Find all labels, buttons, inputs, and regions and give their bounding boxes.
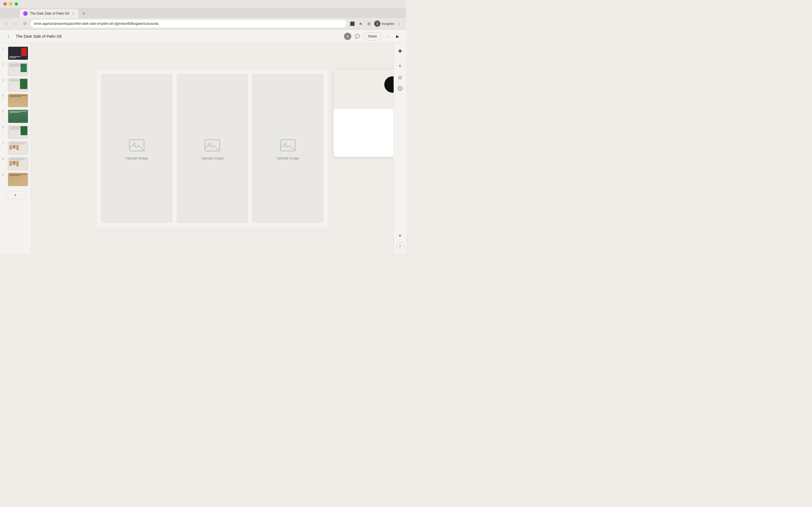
slide-thumb-9[interactable]	[8, 173, 28, 186]
add-element-button[interactable]: +	[396, 61, 405, 70]
svg-rect-0	[130, 140, 144, 151]
upload-label-3: Upload image	[276, 156, 299, 160]
refresh-button[interactable]: ↺	[21, 20, 28, 27]
toolbar-bottom: ✦ ?	[396, 231, 405, 250]
image-cell-3[interactable]: Upload image	[252, 74, 323, 223]
svg-point-7	[399, 88, 400, 89]
slide-number-9: 9	[2, 173, 6, 176]
add-icon: +	[398, 63, 402, 69]
toolbar-divider-1	[397, 58, 403, 59]
slide-thumb-1[interactable]	[8, 47, 28, 60]
sidebar: 1 2	[0, 43, 31, 253]
share-button[interactable]: Share	[364, 32, 381, 41]
chat-button[interactable]: 💬	[354, 33, 361, 40]
slide-thumb-3[interactable]	[8, 78, 28, 92]
slide-canvas: Upload image Upload image	[97, 69, 328, 227]
ai-button[interactable]	[396, 47, 405, 55]
back-button[interactable]: ‹	[3, 20, 10, 27]
sidebar-item-slide-8[interactable]: 8	[0, 156, 31, 172]
sidebar-item-slide-9[interactable]: 9	[0, 172, 31, 187]
slide-number-4: 4	[2, 94, 6, 98]
adjacent-slide-circle	[384, 76, 394, 93]
help-icon: ?	[399, 244, 401, 248]
tab-close-button[interactable]: ×	[71, 11, 75, 15]
palette-button[interactable]	[396, 84, 405, 93]
sidebar-item-slide-1[interactable]: 1	[0, 45, 31, 61]
forward-button[interactable]: ›	[12, 20, 19, 27]
sidebar-item-slide-3[interactable]: 3	[0, 77, 31, 93]
extension-button[interactable]: ⊞	[366, 20, 372, 27]
cast-button[interactable]: ⬛	[349, 20, 356, 27]
upload-label-2: Upload image	[201, 156, 223, 160]
adjacent-slide	[334, 69, 394, 157]
new-tab-button[interactable]: +	[80, 10, 88, 17]
svg-point-10	[399, 89, 400, 89]
sidebar-item-slide-4[interactable]: 4	[0, 93, 31, 108]
slide-number-6: 6	[2, 125, 6, 129]
slide-number-8: 8	[2, 157, 6, 161]
sidebar-item-slide-5[interactable]: 5	[0, 108, 31, 124]
upload-icon-3	[280, 137, 296, 154]
palette-icon	[398, 86, 403, 91]
chat-icon: 💬	[355, 34, 360, 39]
slide-thumb-4[interactable]	[8, 94, 28, 107]
more-options-button[interactable]: ···	[384, 33, 391, 40]
header-actions: S 💬 Share ··· ▶	[344, 32, 402, 41]
svg-point-6	[398, 87, 402, 91]
sidebar-item-slide-2[interactable]: 2	[0, 61, 31, 77]
slide-content: Upload image Upload image	[97, 69, 328, 227]
url-text: tome.app/sarahsworkspace/the-dark-side-o…	[34, 22, 158, 25]
svg-point-8	[400, 88, 401, 89]
main-content: 1 2	[0, 43, 406, 253]
app-header: ‹ The Dark Side of Palm Oil S 💬 Share ··…	[0, 30, 406, 43]
user-avatar[interactable]: S	[344, 33, 351, 40]
svg-rect-2	[205, 140, 220, 151]
slide-number-5: 5	[2, 110, 6, 113]
add-slide-icon: +	[14, 192, 17, 198]
slide-number-1: 1	[2, 47, 6, 50]
url-input[interactable]: tome.app/sarahsworkspace/the-dark-side-o…	[31, 20, 347, 27]
slide-number-3: 3	[2, 78, 6, 82]
slide-thumb-5[interactable]	[8, 110, 28, 123]
target-icon: ◎	[398, 75, 402, 80]
add-corner-icon: ✦	[398, 233, 402, 239]
bookmark-button[interactable]: ★	[357, 20, 364, 27]
target-button[interactable]: ◎	[396, 73, 405, 82]
traffic-light-yellow[interactable]	[9, 2, 12, 6]
play-button[interactable]: ▶	[394, 33, 402, 40]
incognito-badge: S Incognito	[374, 20, 394, 27]
svg-point-9	[400, 89, 400, 90]
tab-favicon	[23, 11, 28, 16]
more-browser-button[interactable]: ⋮	[396, 20, 403, 27]
add-slide-section: +	[0, 187, 31, 203]
slide-number-2: 2	[2, 62, 6, 66]
right-toolbar: + ◎ ✦ ?	[394, 43, 406, 253]
slide-thumb-7[interactable]	[8, 141, 28, 155]
tab-bar: The Dark Side of Palm Oil × +	[0, 8, 406, 18]
help-button[interactable]: ?	[396, 242, 404, 250]
slide-thumb-2[interactable]	[8, 62, 28, 76]
browser-chrome: The Dark Side of Palm Oil × + ‹ › ↺ tome…	[0, 0, 406, 30]
slide-thumb-8[interactable]	[8, 157, 28, 170]
add-corner-button[interactable]: ✦	[396, 231, 405, 240]
add-slide-button[interactable]: +	[5, 191, 26, 199]
incognito-avatar[interactable]: S	[374, 20, 380, 27]
address-bar: ‹ › ↺ tome.app/sarahsworkspace/the-dark-…	[0, 18, 406, 29]
app-back-button[interactable]: ‹	[4, 33, 12, 40]
slide-thumb-6[interactable]	[8, 125, 28, 139]
traffic-light-red[interactable]	[3, 2, 7, 6]
title-bar	[0, 0, 406, 8]
traffic-light-green[interactable]	[15, 2, 18, 6]
image-cell-1[interactable]: Upload image	[101, 74, 172, 223]
app-layout: ‹ The Dark Side of Palm Oil S 💬 Share ··…	[0, 30, 406, 253]
upload-icon-2	[204, 137, 221, 154]
tab-title: The Dark Side of Palm Oil	[30, 11, 69, 15]
app-title: The Dark Side of Palm Oil	[16, 34, 61, 39]
upload-label-1: Upload image	[125, 156, 148, 160]
browser-tab[interactable]: The Dark Side of Palm Oil ×	[20, 9, 79, 18]
sidebar-item-slide-6[interactable]: 6	[0, 124, 31, 140]
sidebar-item-slide-7[interactable]: 7	[0, 140, 31, 156]
image-cell-2[interactable]: Upload image	[177, 74, 248, 223]
browser-actions: ⬛ ★ ⊞ S Incognito ⋮	[349, 20, 403, 27]
canvas-area: Upload image Upload image	[31, 43, 394, 253]
